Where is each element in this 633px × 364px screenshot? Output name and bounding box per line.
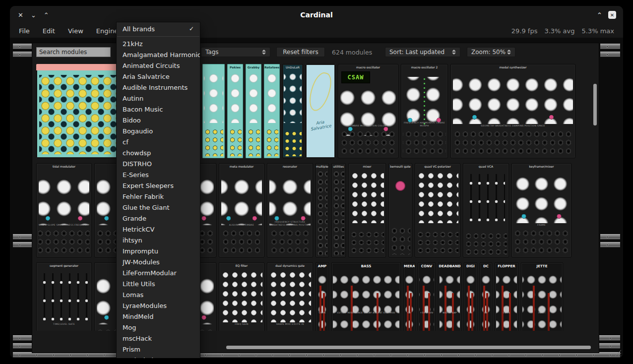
menubar-item[interactable]: File: [19, 27, 30, 35]
module-title: quad VC-polarizer: [415, 165, 460, 168]
module-labels: WIDTH GAP: [439, 311, 460, 314]
brand-menu-item[interactable]: ihtsyn: [117, 235, 200, 246]
brand-menu-item[interactable]: Prism: [117, 344, 200, 355]
module-preview[interactable]: Grabby: [246, 64, 261, 158]
module-preview[interactable]: MERA CV: [403, 262, 415, 331]
module-title: meta modulator: [219, 165, 264, 168]
module-preview[interactable]: macro oscillator 2 FREQUENCY HARMONICS T…: [401, 64, 448, 158]
brand-menu-item[interactable]: Audible Instruments: [117, 82, 200, 93]
brand-menu-item-all-brands[interactable]: All brands ✓: [117, 23, 200, 34]
module-title: utilities: [332, 165, 345, 168]
module-preview[interactable]: Pokies: [227, 64, 243, 158]
brand-menu-item[interactable]: LyraeModules: [117, 301, 200, 311]
brand-filter-menu: All brands ✓ 21kHz Amalgamated Harmonics…: [116, 22, 200, 358]
brand-menu-item[interactable]: mscHack: [117, 333, 200, 344]
rack-rail: [600, 234, 620, 240]
rack-rail: [13, 242, 32, 247]
module-preview[interactable]: dual dynamics gate SHAPE MOD EXCITE IN: [267, 262, 313, 331]
brand-menu-item[interactable]: JW-Modules: [117, 257, 200, 268]
brand-menu-item[interactable]: Lomas: [117, 290, 200, 301]
module-title: UnDuLaR: [283, 65, 303, 69]
module-preview[interactable]: BASS CUTOFF RESONANCE DECAY ACCENT ENV M…: [331, 262, 401, 331]
module-title: tidal modulator: [37, 165, 91, 168]
module-preview[interactable]: keyframer/mixer FRAME: [511, 163, 571, 257]
module-preview[interactable]: resonator FREQUENCY STRUCTURE BRIGHTNESS…: [267, 163, 313, 257]
module-preview[interactable]: DIGI CV: [464, 262, 477, 331]
menubar-item[interactable]: Edit: [43, 27, 55, 35]
module-title: segment generator: [37, 264, 91, 267]
window-control-button[interactable]: ⌃: [44, 12, 49, 18]
module-preview[interactable]: utilities: [331, 163, 346, 257]
module-preview[interactable]: quad VCA: [463, 163, 509, 257]
collapse-icon[interactable]: ⌃: [597, 11, 602, 19]
brand-menu-item[interactable]: LifeFormModular: [117, 268, 200, 279]
brand-menu-item[interactable]: Autinn: [117, 93, 200, 104]
brand-menu-item[interactable]: chowdsp: [117, 148, 200, 159]
module-labels: GEOMETRY BRIGHTNESS DAMPING POSITION SPA…: [451, 124, 574, 127]
brand-menu-item[interactable]: Bacon Music: [117, 104, 200, 115]
brand-menu-item[interactable]: Grande: [117, 213, 200, 224]
brand-menu-item[interactable]: 21kHz: [117, 39, 200, 50]
brand-menu-item[interactable]: Animated Circuits: [117, 61, 200, 71]
module-preview[interactable]: AMP CV IN: [316, 262, 329, 331]
module-preview[interactable]: JETTE INPUT: [521, 262, 563, 331]
module-preview[interactable]: macro oscillator CSAW TIMBRE MODULATION …: [338, 64, 398, 158]
brand-menu-item[interactable]: Bogaudio: [117, 126, 200, 137]
module-title: DC: [480, 264, 492, 268]
module-labels: CV: [481, 311, 491, 314]
brand-menu-item[interactable]: Fehler Fabrik: [117, 191, 200, 202]
module-title: keyframer/mixer: [512, 165, 571, 168]
module-title: Rotatoes: [264, 65, 279, 69]
module-preview[interactable]: EQ filter FREQ GAIN: [219, 262, 264, 331]
brand-menu-item[interactable]: Glue the Giant: [117, 202, 200, 213]
rack-rail: [13, 52, 32, 57]
brand-menu-item[interactable]: Aria Salvatrice: [117, 71, 200, 82]
menu-separator: [117, 36, 199, 37]
module-preview[interactable]: UnDuLaR: [282, 64, 303, 158]
module-preview[interactable]: CONV +5V 0-10V: [418, 262, 436, 331]
module-preview[interactable]: segment generator TIME/LEVEL GATE: [36, 262, 92, 331]
brand-menu-item[interactable]: MindMeld: [117, 311, 200, 322]
brand-menu-item[interactable]: Amalgamated Harmonics: [117, 50, 200, 61]
module-preview[interactable]: DC CV: [480, 262, 492, 331]
window-control-button[interactable]: ✕: [18, 12, 23, 18]
module-preview[interactable]: multiples: [316, 163, 329, 257]
module-preview[interactable]: Rotatoes: [264, 64, 280, 158]
brand-menu-item[interactable]: Expert Sleepers: [117, 181, 200, 191]
menubar-item[interactable]: Engine: [96, 27, 119, 35]
brand-menu-item[interactable]: Impromptu: [117, 246, 200, 257]
module-row: segment generator TIME/LEVEL GATE: [36, 262, 563, 331]
module-preview[interactable]: Aria Salvatrice: [306, 64, 335, 158]
stat-value: 3.3% avg: [544, 27, 574, 35]
module-title: Grabby: [246, 65, 261, 69]
module-preview[interactable]: bernoulli gate: [388, 163, 412, 257]
brand-menu-item[interactable]: DISTRHO: [117, 159, 200, 170]
module-signature: Aria Salvatrice: [306, 118, 335, 132]
brand-menu-item[interactable]: Rackwindows: [117, 355, 200, 358]
window-control-button[interactable]: ⌄: [31, 12, 36, 18]
module-preview[interactable]: tidal modulator SHAPE SLOPE SMOOTHNESS F…: [36, 163, 92, 257]
module-preview[interactable]: modal synthesizer GEOMETRY BRIGHTNESS DA…: [450, 64, 575, 158]
brand-menu-item[interactable]: HetrickCV: [117, 224, 200, 235]
horizontal-scrollbar-thumb[interactable]: [226, 346, 591, 349]
module-preview[interactable]: DEADBAND WIDTH GAP: [438, 262, 461, 331]
window-title: Cardinal: [10, 11, 623, 19]
module-title: macro oscillator 2: [401, 65, 447, 69]
brand-menu-item[interactable]: E-Series: [117, 170, 200, 181]
module-preview[interactable]: [202, 64, 225, 158]
module-preview[interactable]: meta modulator ALGORITHM TIMBRE: [219, 163, 264, 257]
brand-menu-item[interactable]: Little Utils: [117, 279, 200, 290]
menubar-item[interactable]: View: [68, 27, 83, 35]
module-preview[interactable]: FLOPPER CV IN: [495, 262, 518, 331]
module-labels: ALGORITHM TIMBRE: [220, 224, 263, 227]
rack-rail: [600, 52, 620, 57]
cardinal-logo-icon: ✕: [608, 11, 616, 19]
module-title: bernoulli gate: [389, 165, 412, 168]
vertical-scrollbar-thumb[interactable]: [593, 84, 597, 125]
module-preview[interactable]: mixer: [348, 163, 386, 257]
module-labels: CV: [465, 311, 476, 314]
module-preview[interactable]: quad VC-polarizer: [415, 163, 460, 257]
brand-menu-item[interactable]: cf: [117, 137, 200, 148]
brand-menu-item[interactable]: Bidoo: [117, 115, 200, 126]
brand-menu-item[interactable]: Mog: [117, 322, 200, 333]
